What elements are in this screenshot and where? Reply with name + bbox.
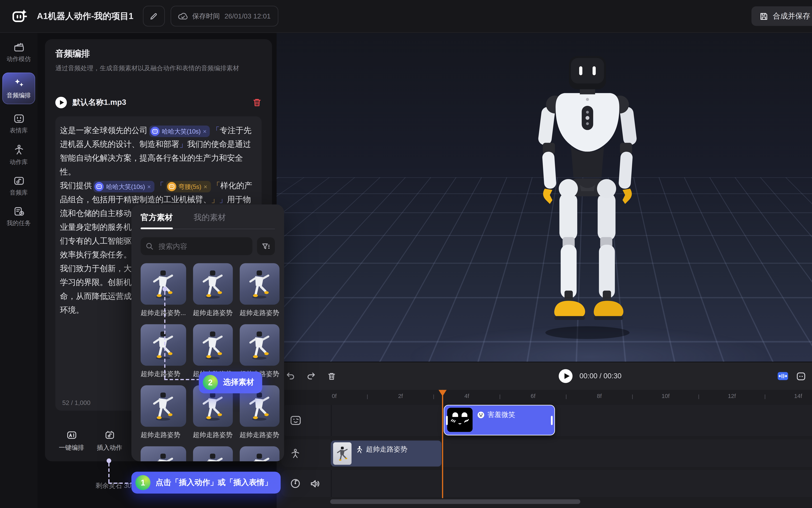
audio-track[interactable] [281, 470, 812, 497]
person-icon [290, 448, 301, 459]
transcript-tag[interactable]: 哈哈大笑(10s)× [149, 126, 210, 137]
music-library-icon [13, 176, 25, 186]
timeline-ruler[interactable]: 0f2f4f6f8f10f12f14f16f [327, 390, 812, 404]
asset-card[interactable]: 超帅走路姿势 [193, 263, 233, 318]
connector-line [108, 463, 110, 483]
project-title: A1机器人动作-我的项目1 [37, 11, 133, 22]
sidebar-item-motion-library[interactable]: 动作库 [0, 144, 38, 166]
viewport-3d[interactable]: Z Y X [277, 33, 812, 362]
asset-thumbnail [140, 385, 186, 427]
insert-motion-button[interactable]: 插入动作 [93, 430, 126, 452]
audio-file-name: 默认名称1.mp3 [73, 97, 126, 108]
playhead-line[interactable] [442, 390, 443, 498]
asset-card[interactable]: 超帅走路姿势 [193, 446, 233, 461]
asset-thumbnail [193, 324, 233, 366]
sidebar-label: 动作模仿 [7, 55, 31, 64]
asset-card[interactable]: 超帅走路姿势 [240, 385, 279, 439]
frame-view-button[interactable] [797, 372, 806, 380]
delete-clip-button[interactable] [327, 372, 336, 380]
tooltip-text: 选择素材 [223, 377, 254, 388]
asset-thumbnail [140, 263, 186, 305]
robot-face-icon [13, 114, 25, 124]
sidebar-item-audio-arrange[interactable]: 音频编排 [2, 73, 35, 104]
robot-model[interactable] [521, 53, 654, 353]
tab-my-assets[interactable]: 我的素材 [194, 212, 226, 223]
sidebar-item-audio-library[interactable]: 音频库 [0, 176, 38, 197]
expression-clip-thumbnail [447, 408, 473, 432]
task-list-icon [13, 206, 25, 216]
sidebar-item-motion-mimic[interactable]: 动作模仿 [0, 42, 38, 63]
motion-clip-thumbnail [333, 442, 352, 465]
connector-line [164, 379, 200, 380]
sidebar-label: 我的任务 [7, 219, 31, 227]
undo-button[interactable] [286, 372, 295, 380]
app: A1机器人动作-我的项目1 保存时间 26/01/03 12:01 合成并保存 … [0, 0, 812, 508]
sidebar-item-my-tasks[interactable]: 我的任务 [0, 206, 38, 227]
save-time-chip: 保存时间 26/01/03 12:01 [170, 6, 278, 27]
asset-card[interactable]: 超帅走路姿势 [193, 385, 233, 439]
wink-face-icon [290, 415, 301, 426]
save-time-value: 26/01/03 12:01 [225, 12, 271, 20]
running-person-icon [356, 446, 363, 454]
timeline-scrollbar[interactable] [330, 499, 580, 504]
sidebar-label: 表情库 [10, 127, 28, 135]
delete-audio-button[interactable] [252, 98, 261, 107]
asset-card[interactable]: 超帅走路姿势 [240, 446, 279, 461]
asset-search-input-wrap [140, 237, 252, 255]
fit-timeline-button[interactable] [777, 372, 788, 381]
playback-time: 00:00 / 00:30 [579, 372, 621, 380]
asset-label: 超帅走路姿势 [240, 431, 279, 439]
asset-card[interactable]: 超帅走路姿势 [193, 324, 233, 379]
expression-clip-label: 害羞微笑 [488, 410, 515, 420]
asset-label: 超帅走路姿势 [193, 309, 233, 317]
panel-subtitle: 通过音频处理，生成音频素材以及融合动作和表情的音频编排素材 [55, 64, 261, 73]
rename-button[interactable] [143, 6, 164, 27]
synthesize-save-button[interactable]: 合成并保存 [752, 6, 812, 26]
clapperboard-icon [13, 42, 25, 52]
asset-card[interactable]: 超帅走路姿势 [240, 324, 279, 379]
connector-dot [107, 459, 111, 463]
floppy-icon [760, 12, 768, 20]
transcript-tag[interactable]: 哈哈大笑(10s)× [93, 181, 154, 192]
asset-search-input[interactable] [157, 242, 247, 251]
sidebar-item-expression-library[interactable]: 表情库 [0, 114, 38, 135]
search-icon [146, 243, 153, 250]
step-badge: 1 [135, 475, 150, 490]
audio-file-row: 默认名称1.mp3 [55, 97, 261, 108]
play-button[interactable] [559, 369, 572, 383]
motion-clip[interactable]: 超帅走路姿势 [331, 441, 441, 467]
tooltip-step1: 1 点击「插入动作」或「插入表情」 [131, 472, 280, 494]
asset-thumbnail [240, 446, 279, 461]
tooltip-text: 点击「插入动作」或「插入表情」 [156, 477, 272, 488]
asset-card[interactable]: 超帅走路姿势 [240, 263, 279, 318]
filter-funnel-icon [261, 242, 270, 250]
speaker-icon[interactable] [310, 479, 320, 488]
redo-button[interactable] [307, 372, 316, 380]
asset-card[interactable]: 超帅走路姿势 [140, 324, 186, 379]
disc-note-icon [290, 478, 301, 489]
motion-card-icon [104, 430, 115, 440]
playhead[interactable] [439, 390, 447, 396]
motion-clip-label: 超帅走路姿势 [366, 444, 407, 454]
insert-motion-label: 插入动作 [97, 443, 122, 452]
audio-play-button[interactable] [55, 97, 67, 108]
tab-official-assets[interactable]: 官方素材 [140, 212, 173, 223]
clip-trim-handle-right[interactable] [551, 416, 553, 425]
asset-picker-popup: 官方素材 我的素材 [131, 205, 284, 461]
sidebar: 动作模仿 音频编排 表情库 动作库 音频库 我的任务 [0, 33, 38, 508]
asset-thumbnail [240, 324, 279, 366]
asset-label: 超帅走路姿势 [140, 370, 186, 378]
one-click-arrange-button[interactable]: 一键编排 [55, 430, 88, 452]
synthesize-save-label: 合成并保存 [773, 11, 810, 21]
panel-title: 音频编排 [55, 48, 261, 59]
transcript-tag[interactable]: 弯腰(5s)× [166, 181, 211, 192]
asset-label: 超帅走路姿势 [193, 431, 233, 439]
asset-thumbnail [140, 324, 186, 366]
asset-card[interactable]: 超帅走路姿势 [140, 446, 186, 461]
asset-card[interactable]: 超帅走路姿势 [140, 385, 186, 439]
cloud-save-icon [178, 12, 188, 20]
clip-trim-handle-left[interactable] [446, 416, 448, 425]
asset-thumbnail [193, 446, 233, 461]
expression-clip[interactable]: 害羞微笑 [444, 405, 555, 435]
filter-button[interactable] [257, 237, 275, 255]
